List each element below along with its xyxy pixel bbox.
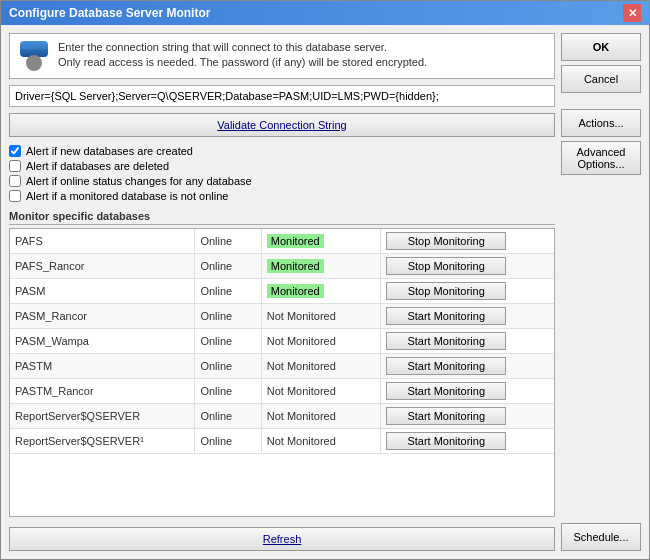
right-panel: OK Cancel Actions... Advanced Options...…: [561, 33, 641, 551]
db-action-cell: Start Monitoring: [381, 429, 554, 454]
db-monitored-cell: Monitored: [261, 279, 380, 304]
start-monitoring-button[interactable]: Start Monitoring: [386, 432, 506, 450]
checkboxes-section: Alert if new databases are created Alert…: [9, 143, 555, 204]
not-monitored-badge: Not Monitored: [267, 310, 336, 322]
refresh-row: Refresh: [9, 527, 555, 551]
db-monitored-cell: Not Monitored: [261, 354, 380, 379]
checkbox-online-status-input[interactable]: [9, 175, 21, 187]
checkbox-new-dbs-label: Alert if new databases are created: [26, 145, 193, 157]
monitor-section: Monitor specific databases PAFSOnlineMon…: [9, 210, 555, 517]
start-monitoring-button[interactable]: Start Monitoring: [386, 332, 506, 350]
db-status-cell: Online: [195, 279, 261, 304]
table-row: PASTMOnlineNot MonitoredStart Monitoring: [10, 354, 554, 379]
checkbox-deleted-dbs-label: Alert if databases are deleted: [26, 160, 169, 172]
db-action-cell: Start Monitoring: [381, 379, 554, 404]
info-line1: Enter the connection string that will co…: [58, 40, 427, 55]
db-name-cell: PASM_Wampa: [10, 329, 195, 354]
info-line2: Only read access is needed. The password…: [58, 55, 427, 70]
table-row: PAFSOnlineMonitoredStop Monitoring: [10, 229, 554, 254]
section-label: Monitor specific databases: [9, 210, 555, 225]
db-name-cell: PASM_Rancor: [10, 304, 195, 329]
db-status-cell: Online: [195, 329, 261, 354]
db-status-cell: Online: [195, 404, 261, 429]
connection-input[interactable]: [9, 85, 555, 107]
not-monitored-badge: Not Monitored: [267, 410, 336, 422]
monitored-badge: Monitored: [267, 234, 324, 248]
checkbox-not-online-label: Alert if a monitored database is not onl…: [26, 190, 228, 202]
db-icon: [18, 40, 50, 72]
db-name-cell: PASM: [10, 279, 195, 304]
ok-button[interactable]: OK: [561, 33, 641, 61]
refresh-button[interactable]: Refresh: [9, 527, 555, 551]
connection-row: [9, 85, 555, 107]
table-row: PASMOnlineMonitoredStop Monitoring: [10, 279, 554, 304]
table-row: PASM_RancorOnlineNot MonitoredStart Moni…: [10, 304, 554, 329]
table-row: ReportServer$QSERVEROnlineNot MonitoredS…: [10, 404, 554, 429]
database-table: PAFSOnlineMonitoredStop MonitoringPAFS_R…: [10, 229, 554, 454]
table-row: ReportServer$QSERVER¹OnlineNot Monitored…: [10, 429, 554, 454]
database-table-container[interactable]: PAFSOnlineMonitoredStop MonitoringPAFS_R…: [9, 228, 555, 517]
db-action-cell: Stop Monitoring: [381, 229, 554, 254]
db-monitored-cell: Not Monitored: [261, 329, 380, 354]
table-row: PAFS_RancorOnlineMonitoredStop Monitorin…: [10, 254, 554, 279]
db-status-cell: Online: [195, 379, 261, 404]
checkbox-not-online[interactable]: Alert if a monitored database is not onl…: [9, 190, 555, 202]
checkbox-new-dbs-input[interactable]: [9, 145, 21, 157]
gear-icon: [26, 55, 42, 71]
advanced-options-button[interactable]: Advanced Options...: [561, 141, 641, 175]
start-monitoring-button[interactable]: Start Monitoring: [386, 307, 506, 325]
db-name-cell: PASTM_Rancor: [10, 379, 195, 404]
db-monitored-cell: Not Monitored: [261, 404, 380, 429]
db-action-cell: Start Monitoring: [381, 329, 554, 354]
db-name-cell: ReportServer$QSERVER¹: [10, 429, 195, 454]
db-status-cell: Online: [195, 229, 261, 254]
table-row: PASTM_RancorOnlineNot MonitoredStart Mon…: [10, 379, 554, 404]
not-monitored-badge: Not Monitored: [267, 385, 336, 397]
configure-window: Configure Database Server Monitor ✕ Ente…: [0, 0, 650, 560]
info-box: Enter the connection string that will co…: [9, 33, 555, 79]
db-action-cell: Start Monitoring: [381, 404, 554, 429]
main-panel: Enter the connection string that will co…: [9, 33, 555, 551]
database-icon: [20, 41, 48, 53]
monitored-badge: Monitored: [267, 284, 324, 298]
table-row: PASM_WampaOnlineNot MonitoredStart Monit…: [10, 329, 554, 354]
db-monitored-cell: Not Monitored: [261, 304, 380, 329]
start-monitoring-button[interactable]: Start Monitoring: [386, 382, 506, 400]
stop-monitoring-button[interactable]: Stop Monitoring: [386, 257, 506, 275]
title-bar: Configure Database Server Monitor ✕: [1, 1, 649, 25]
db-status-cell: Online: [195, 304, 261, 329]
db-action-cell: Stop Monitoring: [381, 254, 554, 279]
checkbox-deleted-dbs-input[interactable]: [9, 160, 21, 172]
start-monitoring-button[interactable]: Start Monitoring: [386, 357, 506, 375]
db-monitored-cell: Not Monitored: [261, 379, 380, 404]
db-name-cell: PAFS_Rancor: [10, 254, 195, 279]
not-monitored-badge: Not Monitored: [267, 335, 336, 347]
title-bar-text: Configure Database Server Monitor: [9, 6, 210, 20]
db-monitored-cell: Not Monitored: [261, 429, 380, 454]
schedule-button[interactable]: Schedule...: [561, 523, 641, 551]
db-status-cell: Online: [195, 354, 261, 379]
validate-button[interactable]: Validate Connection String: [9, 113, 555, 137]
db-name-cell: PASTM: [10, 354, 195, 379]
db-action-cell: Start Monitoring: [381, 304, 554, 329]
checkbox-new-dbs[interactable]: Alert if new databases are created: [9, 145, 555, 157]
db-monitored-cell: Monitored: [261, 229, 380, 254]
db-action-cell: Start Monitoring: [381, 354, 554, 379]
db-monitored-cell: Monitored: [261, 254, 380, 279]
db-name-cell: PAFS: [10, 229, 195, 254]
not-monitored-badge: Not Monitored: [267, 360, 336, 372]
stop-monitoring-button[interactable]: Stop Monitoring: [386, 232, 506, 250]
stop-monitoring-button[interactable]: Stop Monitoring: [386, 282, 506, 300]
checkbox-deleted-dbs[interactable]: Alert if databases are deleted: [9, 160, 555, 172]
checkbox-online-status[interactable]: Alert if online status changes for any d…: [9, 175, 555, 187]
not-monitored-badge: Not Monitored: [267, 435, 336, 447]
start-monitoring-button[interactable]: Start Monitoring: [386, 407, 506, 425]
db-status-cell: Online: [195, 429, 261, 454]
info-text: Enter the connection string that will co…: [58, 40, 427, 71]
db-status-cell: Online: [195, 254, 261, 279]
checkbox-not-online-input[interactable]: [9, 190, 21, 202]
cancel-button[interactable]: Cancel: [561, 65, 641, 93]
close-button[interactable]: ✕: [623, 4, 641, 22]
actions-button[interactable]: Actions...: [561, 109, 641, 137]
checkbox-online-status-label: Alert if online status changes for any d…: [26, 175, 252, 187]
